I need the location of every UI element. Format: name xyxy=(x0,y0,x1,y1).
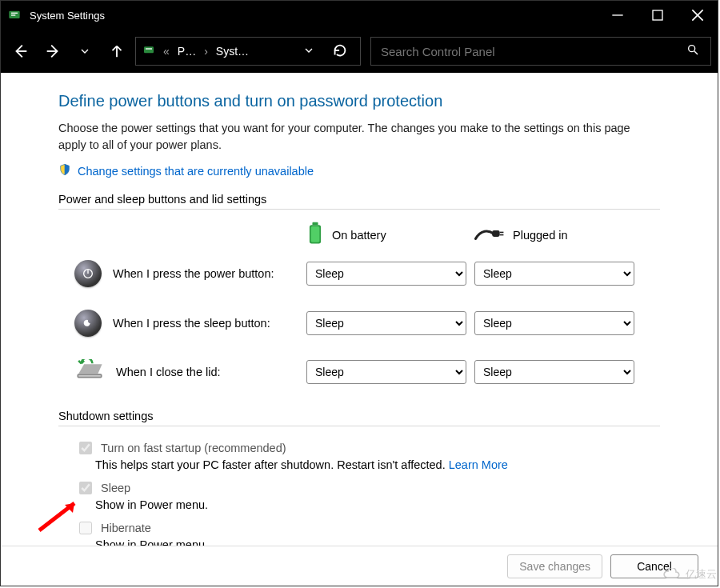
search-box[interactable] xyxy=(370,37,711,66)
nav-recent-dropdown[interactable] xyxy=(71,38,98,65)
lid-plugged-select[interactable]: Sleep xyxy=(474,360,634,384)
nav-back-button[interactable] xyxy=(7,38,34,65)
address-bar[interactable]: « P… › Syst… xyxy=(135,37,361,66)
shield-icon xyxy=(58,163,71,178)
sleep-desc: Show in Power menu. xyxy=(95,498,660,511)
app-icon xyxy=(7,8,22,22)
power-button-label: When I press the power button: xyxy=(113,267,274,280)
svg-rect-1 xyxy=(11,13,18,14)
page-title: Define power buttons and turn on passwor… xyxy=(58,92,660,110)
refresh-button[interactable] xyxy=(326,38,354,65)
svg-rect-3 xyxy=(612,14,622,15)
cancel-button[interactable]: Cancel xyxy=(610,554,698,578)
breadcrumb-overflow[interactable]: « xyxy=(160,45,173,58)
hibernate-title: Hibernate xyxy=(101,522,151,534)
svg-rect-6 xyxy=(146,48,152,49)
svg-rect-11 xyxy=(492,230,500,237)
battery-icon xyxy=(306,221,324,249)
svg-rect-13 xyxy=(500,234,504,236)
window-title: System Settings xyxy=(30,10,105,22)
content-wrap: Define power buttons and turn on passwor… xyxy=(1,73,718,546)
sleep-button-plugged-select[interactable]: Sleep xyxy=(474,311,634,335)
sleep-button-icon xyxy=(74,310,102,337)
page-content: Define power buttons and turn on passwor… xyxy=(1,73,718,546)
svg-rect-8 xyxy=(312,222,318,226)
change-unavailable-link[interactable]: Change settings that are currently unava… xyxy=(78,165,314,178)
power-button-row: When I press the power button: Sleep Sle… xyxy=(58,255,660,305)
plugged-col-label: Plugged in xyxy=(513,229,568,242)
breadcrumb-seg-1[interactable]: P… xyxy=(178,45,196,58)
hibernate-checkbox[interactable] xyxy=(79,522,92,534)
lid-icon xyxy=(74,359,105,384)
power-button-icon xyxy=(74,260,102,287)
column-headers: On battery Plugged in xyxy=(58,214,660,255)
svg-rect-2 xyxy=(11,14,15,15)
sleep-button-row: When I press the sleep button: Sleep Sle… xyxy=(58,305,660,354)
sleep-checkbox[interactable] xyxy=(79,482,92,494)
navbar: « P… › Syst… xyxy=(1,30,718,73)
sleep-button-battery-select[interactable]: Sleep xyxy=(306,311,466,335)
shutdown-settings-list: Turn on fast startup (recommended) This … xyxy=(58,431,660,546)
power-button-battery-select[interactable]: Sleep xyxy=(306,262,466,286)
search-input[interactable] xyxy=(379,44,683,59)
breadcrumb-icon xyxy=(142,44,155,59)
lid-battery-select[interactable]: Sleep xyxy=(306,360,466,384)
save-changes-button[interactable]: Save changes xyxy=(507,554,602,578)
nav-forward-button[interactable] xyxy=(39,38,66,65)
close-button[interactable] xyxy=(678,1,718,30)
sleep-item: Sleep Show in Power menu. xyxy=(76,479,660,511)
search-icon[interactable] xyxy=(683,43,702,59)
svg-rect-16 xyxy=(78,375,101,377)
lid-row: When I close the lid: Sleep Sleep xyxy=(58,354,660,389)
power-button-plugged-select[interactable]: Sleep xyxy=(474,262,634,286)
fast-startup-title: Turn on fast startup (recommended) xyxy=(101,442,286,454)
page-description: Choose the power settings that you want … xyxy=(58,120,660,154)
sleep-button-label: When I press the sleep button: xyxy=(113,317,270,330)
nav-up-button[interactable] xyxy=(103,38,130,65)
svg-rect-5 xyxy=(144,46,154,53)
sleep-title: Sleep xyxy=(101,482,130,494)
plug-icon xyxy=(474,226,505,244)
maximize-button[interactable] xyxy=(638,1,678,30)
svg-point-7 xyxy=(689,46,695,52)
titlebar: System Settings xyxy=(1,1,718,30)
section-shutdown-header: Shutdown settings xyxy=(58,410,660,426)
breadcrumb-separator-icon: › xyxy=(201,45,211,58)
battery-col-label: On battery xyxy=(332,229,386,242)
minimize-button[interactable] xyxy=(598,1,638,30)
window: System Settings « P… xyxy=(0,0,718,586)
address-dropdown-icon[interactable] xyxy=(296,41,322,62)
fast-startup-learn-more-link[interactable]: Learn More xyxy=(449,458,508,471)
hibernate-item: Hibernate Show in Power menu. xyxy=(76,519,660,546)
hibernate-desc: Show in Power menu. xyxy=(95,538,660,546)
section-buttons-lid-header: Power and sleep buttons and lid settings xyxy=(58,193,660,210)
svg-rect-4 xyxy=(653,10,662,20)
lid-label: When I close the lid: xyxy=(116,366,221,378)
fast-startup-checkbox[interactable] xyxy=(79,442,92,454)
svg-rect-10 xyxy=(311,226,320,242)
fast-startup-desc: This helps start your PC faster after sh… xyxy=(95,458,660,471)
breadcrumb-seg-2[interactable]: Syst… xyxy=(216,45,249,58)
svg-rect-12 xyxy=(500,232,504,234)
footer: Save changes Cancel xyxy=(1,546,718,586)
fast-startup-item: Turn on fast startup (recommended) This … xyxy=(76,439,660,471)
